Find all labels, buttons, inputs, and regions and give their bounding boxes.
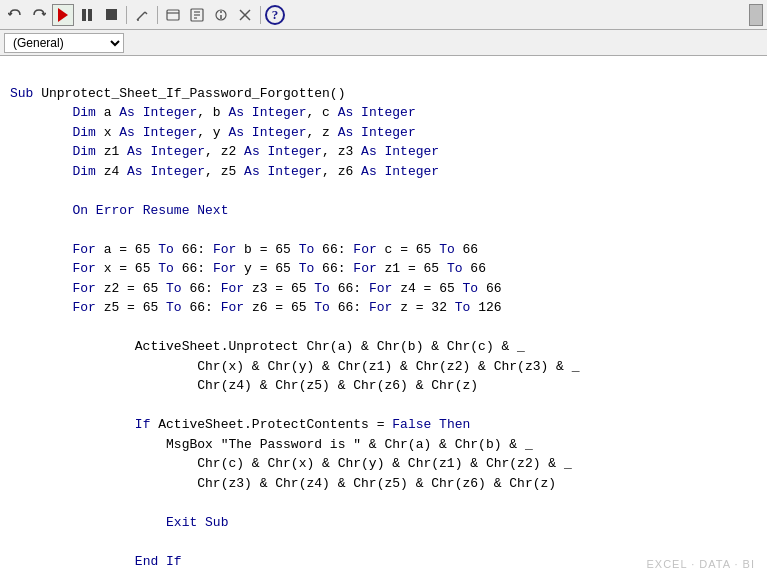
stop-button[interactable] [100, 4, 122, 26]
stop-icon [106, 9, 117, 20]
play-icon [58, 8, 68, 22]
svg-rect-3 [167, 10, 179, 20]
code-content: Sub Unprotect_Sheet_If_Password_Forgotte… [0, 64, 759, 584]
toolbar-scrollbar[interactable] [749, 4, 763, 26]
pause-button[interactable] [76, 4, 98, 26]
svg-line-0 [137, 12, 145, 20]
general-dropdown[interactable]: (General) [4, 33, 124, 53]
separator-2 [157, 6, 158, 24]
tools1-button[interactable] [162, 4, 184, 26]
design-button[interactable] [131, 4, 153, 26]
code-area[interactable]: Sub Unprotect_Sheet_If_Password_Forgotte… [0, 56, 767, 584]
separator-3 [260, 6, 261, 24]
run-button[interactable] [52, 4, 74, 26]
redo-button[interactable] [28, 4, 50, 26]
tools3-button[interactable] [210, 4, 232, 26]
separator-1 [126, 6, 127, 24]
tools4-button[interactable] [234, 4, 256, 26]
help-button[interactable]: ? [265, 5, 285, 25]
dropdown-bar: (General) [0, 30, 767, 56]
undo-button[interactable] [4, 4, 26, 26]
pause-icon [82, 9, 92, 21]
toolbar: ? [0, 0, 767, 30]
svg-line-1 [145, 12, 147, 14]
tools2-button[interactable] [186, 4, 208, 26]
